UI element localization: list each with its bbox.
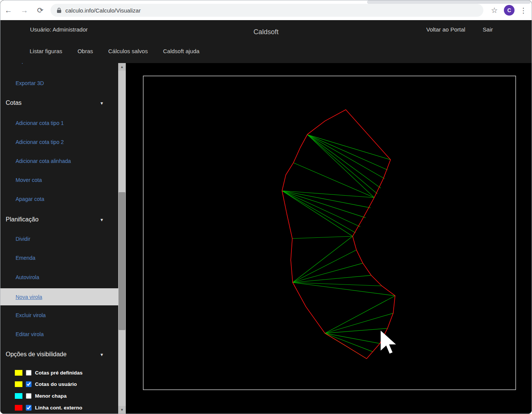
forward-button[interactable]: → [16,6,32,15]
browser-window: ← → ⟳ calculo.info/Calculo/Visualizar ☆ … [0,0,532,414]
address-bar[interactable]: calculo.info/Calculo/Visualizar [51,4,483,17]
visibility-label: Cotas do usuário [35,381,77,387]
nav-calculos-salvos[interactable]: Cálculos salvos [108,48,148,54]
visibility-toggle-cotas-do-usuario[interactable]: Cotas do usuário [15,380,77,388]
active-link-label: Nova virola [16,294,42,300]
chevron-down-icon: ▾ [100,352,103,357]
color-swatch [15,381,22,387]
main-nav: Listar figuras Obras Cálculos salvos Cal… [30,48,200,54]
sidebar-link-nova-virola-active[interactable]: Nova virola [0,288,118,305]
nav-caldsoft-ajuda[interactable]: Caldsoft ajuda [163,48,200,54]
scrollbar-down-button[interactable]: ▼ [118,406,126,414]
brand-title: Caldsoft [253,28,279,36]
sidebar-link-mover-cota[interactable]: Mover cota [16,177,42,183]
sidebar-link-exportar-3d[interactable]: Exportar 3D [16,80,44,86]
visibility-toggle-cotas-pre-definidas[interactable]: Cotas pré definidas [15,369,82,376]
sidebar-link-exportar-2d[interactable]: Exportar 2D [16,63,44,64]
sidebar-link-adicionar-cota-tipo-2[interactable]: Adicionar cota tipo 2 [16,139,64,145]
canvas-frame [143,76,516,390]
visibility-toggle-linha-cont-externo[interactable]: Linha cont. externo [15,404,82,411]
drawing-canvas[interactable] [126,63,532,414]
mouse-cursor [381,330,396,354]
visibility-checkbox[interactable] [26,370,32,376]
viewport [126,63,532,414]
sidebar-section-opcoes-visibilidade[interactable]: Opções de visibilidade ▾ [6,351,111,358]
window-top-strip [367,0,530,4]
sidebar-section-planificacao[interactable]: Planificação ▾ [6,216,111,223]
sidebar-section-cotas[interactable]: Cotas ▾ [6,100,111,106]
sidebar-link-adicionar-cota-alinhada[interactable]: Adicionar cota alinhada [16,158,71,164]
nav-listar-figuras[interactable]: Listar figuras [30,48,62,54]
url-text: calculo.info/Calculo/Visualizar [65,7,141,14]
color-swatch [15,405,22,411]
sidebar-scrollbar[interactable]: ▲ ▼ [118,63,126,414]
nav-obras[interactable]: Obras [78,48,93,54]
refresh-button[interactable]: ⟳ [32,6,48,15]
fold-lines [282,135,395,359]
chevron-down-icon: ▾ [100,217,103,223]
sair-link[interactable]: Sair [483,26,493,33]
visibility-checkbox[interactable] [26,405,32,411]
color-swatch [15,370,22,376]
profile-avatar[interactable]: C [504,5,515,16]
sidebar-link-emenda[interactable]: Emenda [16,255,35,261]
section-title: Planificação [6,216,38,223]
sidebar-link-adicionar-cota-tipo-1[interactable]: Adicionar cota tipo 1 [16,120,64,126]
visibility-toggle-menor-chapa[interactable]: Menor chapa [15,392,66,400]
sidebar: Exportar 2D Exportar 3D Cotas ▾ Adiciona… [0,63,118,414]
sidebar-link-dividir[interactable]: Dividir [16,236,30,242]
visibility-label: Cotas pré definidas [35,370,82,376]
scrollbar-thumb[interactable] [119,192,125,330]
sidebar-link-apagar-cota[interactable]: Apagar cota [16,196,44,202]
lock-icon [57,8,62,13]
visibility-checkbox[interactable] [26,393,32,399]
section-title: Cotas [6,100,22,106]
chevron-down-icon: ▾ [100,100,103,106]
sidebar-link-autovirola[interactable]: Autovirola [16,274,39,280]
visibility-checkbox[interactable] [26,381,32,387]
sidebar-link-editar-virola[interactable]: Editar virola [16,331,44,337]
bookmark-star-icon[interactable]: ☆ [491,6,498,15]
content-area: Exportar 2D Exportar 3D Cotas ▾ Adiciona… [0,63,532,414]
back-button[interactable]: ← [0,6,16,15]
scrollbar-up-button[interactable]: ▲ [118,63,126,71]
browser-menu-icon[interactable]: ⋮ [520,6,527,15]
header-actions: Voltar ao Portal Sair [426,26,493,33]
sidebar-link-excluir-virola[interactable]: Excluir virola [16,312,46,318]
section-title: Opções de visibilidade [6,351,66,358]
figure-outline [282,110,395,359]
voltar-ao-portal-link[interactable]: Voltar ao Portal [426,26,466,33]
app-header: Usuário: Administrador Caldsoft Voltar a… [0,20,532,63]
color-swatch [15,393,22,399]
user-label: Usuário: Administrador [30,26,88,33]
visibility-label: Linha cont. externo [35,405,82,411]
visibility-label: Menor chapa [35,393,66,399]
